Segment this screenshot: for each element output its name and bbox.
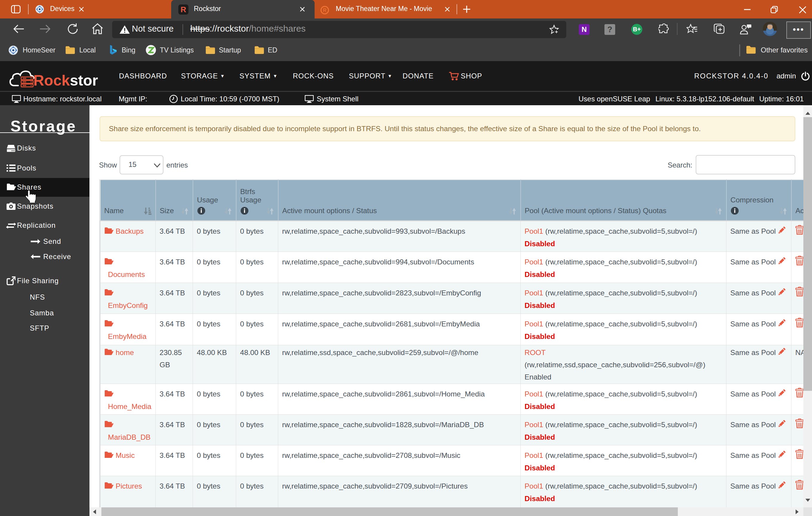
svg-text:R: R xyxy=(323,8,326,13)
